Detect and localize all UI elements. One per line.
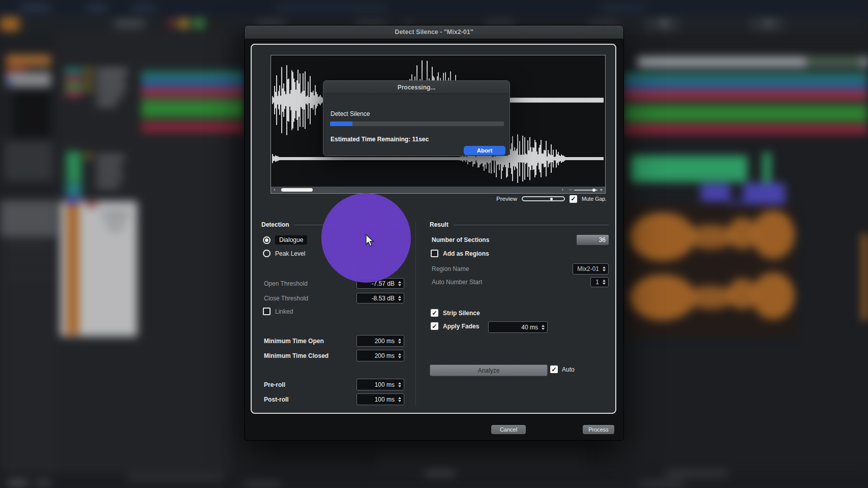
region-name-label: Region Name bbox=[432, 265, 573, 272]
auto-row[interactable]: ✓ Auto bbox=[550, 365, 575, 373]
region-name-row: Region Name Mix2-01 bbox=[432, 263, 609, 274]
auto-number-start-stepper[interactable] bbox=[603, 280, 606, 285]
apply-fades-value: 40 ms bbox=[521, 324, 538, 331]
linked-row[interactable]: Linked bbox=[263, 308, 293, 315]
region-name-value: Mix2-01 bbox=[577, 265, 599, 272]
stepper-down-icon[interactable] bbox=[398, 342, 401, 344]
strip-silence-row[interactable]: ✓ Strip Silence bbox=[431, 309, 480, 317]
auto-number-start-field[interactable]: 1 bbox=[590, 277, 609, 287]
dialogue-radio-row[interactable]: Dialogue bbox=[263, 235, 307, 245]
auto-checkbox[interactable]: ✓ bbox=[550, 365, 558, 373]
stepper-down-icon[interactable] bbox=[542, 328, 545, 330]
zoom-in-icon[interactable]: + bbox=[600, 187, 603, 193]
zoom-out-icon[interactable]: − bbox=[569, 187, 572, 193]
stepper-up-icon[interactable] bbox=[603, 280, 606, 282]
preview-slider-handle[interactable] bbox=[550, 198, 553, 200]
strip-silence-label: Strip Silence bbox=[443, 310, 480, 317]
min-time-closed-field[interactable]: 200 ms bbox=[356, 350, 404, 361]
open-threshold-row: Open Threshold -7.57 dB bbox=[264, 278, 404, 289]
open-threshold-stepper[interactable] bbox=[398, 281, 401, 286]
pre-roll-value: 100 ms bbox=[375, 381, 395, 388]
min-time-closed-row: Minimum Time Closed 200 ms bbox=[264, 350, 404, 361]
stepper-up-icon[interactable] bbox=[603, 266, 606, 268]
zoom-control[interactable]: − + bbox=[566, 187, 605, 193]
scroll-right-icon[interactable]: › bbox=[559, 187, 566, 193]
dialog-titlebar[interactable]: Detect Silence - "Mix2-01" bbox=[245, 25, 623, 39]
apply-fades-field[interactable]: 40 ms bbox=[488, 321, 548, 333]
min-time-closed-stepper[interactable] bbox=[398, 353, 401, 358]
abort-button[interactable]: Abort bbox=[464, 146, 505, 155]
stepper-down-icon[interactable] bbox=[603, 283, 606, 285]
cancel-button[interactable]: Cancel bbox=[491, 425, 526, 434]
apply-fades-stepper[interactable] bbox=[542, 325, 545, 330]
post-roll-label: Post-roll bbox=[264, 396, 356, 403]
min-time-closed-value: 200 ms bbox=[375, 352, 395, 359]
min-time-open-label: Minimum Time Open bbox=[264, 338, 356, 345]
close-threshold-stepper[interactable] bbox=[398, 296, 401, 301]
pre-roll-label: Pre-roll bbox=[264, 381, 356, 388]
apply-fades-row[interactable]: ✓ Apply Fades bbox=[431, 322, 479, 330]
close-threshold-label: Close Threshold bbox=[264, 295, 356, 302]
open-threshold-field[interactable]: -7.57 dB bbox=[356, 278, 404, 289]
post-roll-stepper[interactable] bbox=[398, 397, 401, 402]
progress-bar bbox=[330, 121, 504, 126]
stepper-up-icon[interactable] bbox=[542, 325, 545, 327]
eta-label: Estimated Time Remaining: 11sec bbox=[331, 136, 429, 143]
process-button[interactable]: Process bbox=[583, 425, 614, 434]
stepper-down-icon[interactable] bbox=[398, 356, 401, 358]
apply-fades-checkbox[interactable]: ✓ bbox=[431, 322, 438, 330]
zoom-slider[interactable] bbox=[574, 190, 597, 191]
auto-number-start-row: Auto Number Start 1 bbox=[432, 277, 609, 287]
stepper-up-icon[interactable] bbox=[398, 339, 401, 341]
stepper-up-icon[interactable] bbox=[398, 296, 401, 298]
linked-checkbox[interactable] bbox=[263, 308, 271, 315]
pre-roll-field[interactable]: 100 ms bbox=[356, 379, 404, 390]
processing-titlebar[interactable]: Processing... bbox=[323, 81, 510, 94]
add-as-regions-checkbox[interactable] bbox=[431, 250, 438, 257]
strip-silence-checkbox[interactable]: ✓ bbox=[431, 309, 438, 317]
preview-label: Preview bbox=[496, 196, 517, 202]
post-roll-row: Post-roll 100 ms bbox=[264, 393, 404, 405]
post-roll-field[interactable]: 100 ms bbox=[356, 393, 404, 405]
detection-header-label: Detection bbox=[261, 221, 289, 228]
number-of-sections-value-box: 36 bbox=[577, 235, 609, 245]
zoom-slider-handle[interactable] bbox=[592, 189, 595, 192]
stepper-up-icon[interactable] bbox=[398, 353, 401, 355]
processing-dialog: Processing... Detect Silence Estimated T… bbox=[323, 80, 510, 156]
pre-roll-stepper[interactable] bbox=[398, 382, 401, 387]
auto-label: Auto bbox=[562, 366, 575, 373]
mute-gap-label: Mute Gap. bbox=[582, 196, 607, 202]
preview-slider[interactable] bbox=[522, 196, 565, 201]
dialogue-radio[interactable] bbox=[263, 236, 271, 244]
stepper-down-icon[interactable] bbox=[398, 284, 401, 286]
stepper-down-icon[interactable] bbox=[603, 269, 606, 271]
stepper-down-icon[interactable] bbox=[398, 385, 401, 387]
stepper-down-icon[interactable] bbox=[398, 299, 401, 301]
result-header-label: Result bbox=[430, 221, 448, 228]
region-name-stepper[interactable] bbox=[603, 266, 606, 271]
add-as-regions-row[interactable]: Add as Regions bbox=[431, 250, 489, 257]
min-time-open-field[interactable]: 200 ms bbox=[356, 335, 404, 347]
auto-number-start-label: Auto Number Start bbox=[432, 279, 590, 286]
stepper-up-icon[interactable] bbox=[398, 281, 401, 283]
region-name-field[interactable]: Mix2-01 bbox=[573, 263, 609, 274]
number-of-sections-row: Number of Sections 36 bbox=[432, 235, 609, 245]
close-threshold-field[interactable]: -8.53 dB bbox=[356, 293, 404, 303]
stepper-up-icon[interactable] bbox=[398, 397, 401, 399]
scroll-left-icon[interactable]: ‹ bbox=[271, 187, 278, 193]
mute-gap-checkbox[interactable]: ✓ bbox=[570, 195, 577, 203]
peak-level-radio-row[interactable]: Peak Level bbox=[263, 250, 305, 257]
open-threshold-label: Open Threshold bbox=[264, 280, 356, 287]
scrollbar-thumb[interactable] bbox=[281, 188, 313, 192]
stepper-up-icon[interactable] bbox=[398, 382, 401, 384]
scrollbar-track[interactable] bbox=[278, 187, 559, 193]
linked-label: Linked bbox=[275, 308, 293, 315]
stepper-down-icon[interactable] bbox=[398, 400, 401, 402]
waveform-scrollbar[interactable]: ‹ › − + bbox=[271, 187, 605, 193]
detection-section-header: Detection bbox=[261, 221, 405, 228]
min-time-closed-label: Minimum Time Closed bbox=[264, 352, 356, 359]
peak-level-radio[interactable] bbox=[263, 250, 271, 257]
number-of-sections-value: 36 bbox=[599, 236, 606, 243]
min-time-open-stepper[interactable] bbox=[398, 339, 401, 344]
analyze-button[interactable]: Analyze bbox=[430, 364, 548, 376]
